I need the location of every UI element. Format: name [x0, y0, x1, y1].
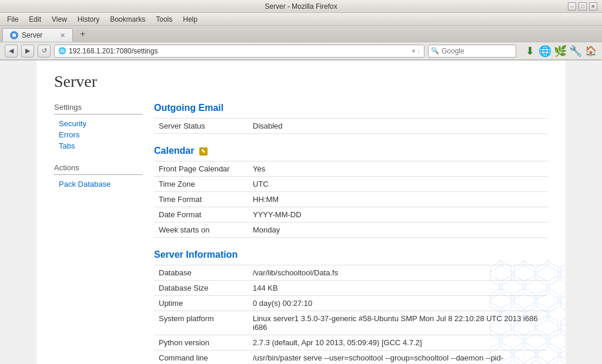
url-bar[interactable]: 🌐 192.168.1.201:7080/settings ★ ↓ [54, 45, 424, 58]
tab-close-icon[interactable]: ✕ [60, 32, 65, 39]
python-version-label: Python version [154, 335, 248, 350]
menu-edit[interactable]: Edit [24, 14, 46, 25]
minimize-button[interactable]: – [568, 2, 576, 11]
server-status-label: Server Status [154, 119, 248, 134]
page-wrapper: Server Settings Security Errors Tabs Act… [0, 60, 602, 364]
menu-tools[interactable]: Tools [151, 14, 177, 25]
page-title: Server [54, 72, 548, 91]
reload-button[interactable]: ↺ [38, 45, 51, 58]
sidebar: Settings Security Errors Tabs Actions Pa… [54, 103, 142, 364]
browser-tab-server[interactable]: Server ✕ [2, 28, 73, 42]
tab-bar: Server ✕ + [0, 26, 602, 42]
outgoing-email-header: Outgoing Email [154, 103, 548, 113]
download-icon[interactable]: ⬇ [523, 45, 536, 58]
url-text: 192.168.1.201:7080/settings [69, 47, 158, 55]
calendar-header: Calendar ✎ [154, 146, 548, 156]
menu-history[interactable]: History [73, 14, 104, 25]
menu-bar: File Edit View History Bookmarks Tools H… [0, 13, 602, 26]
table-row: Server Status Disabled [154, 119, 548, 134]
page-content: Server Settings Security Errors Tabs Act… [36, 60, 566, 364]
maximize-button[interactable]: □ [578, 2, 587, 11]
svg-rect-3 [489, 260, 566, 364]
address-bar: ◀ ▶ ↺ 🌐 192.168.1.201:7080/settings ★ ↓ … [0, 42, 602, 60]
title-bar: Server - Mozilla Firefox – □ ✕ [0, 0, 602, 13]
front-page-calendar-value: Yes [248, 161, 548, 177]
sidebar-link-tabs[interactable]: Tabs [54, 140, 142, 151]
table-row: Time Format HH:MM [154, 192, 548, 207]
calendar-edit-icon[interactable]: ✎ [199, 147, 208, 156]
date-format-label: Date Format [154, 207, 248, 223]
command-line-label: Command line [154, 350, 248, 365]
table-row: Date Format YYYY-MM-DD [154, 207, 548, 223]
front-page-calendar-label: Front Page Calendar [154, 161, 248, 177]
server-status-value: Disabled [248, 119, 548, 134]
close-button[interactable]: ✕ [589, 2, 597, 11]
database-label: Database [154, 265, 248, 281]
uptime-label: Uptime [154, 296, 248, 311]
toolbar-icons: ⬇ 🌐 🌿 🔧 🏠 [523, 45, 597, 58]
table-row: Front Page Calendar Yes [154, 161, 548, 177]
settings-section-title: Settings [54, 103, 142, 114]
week-starts-on-value: Monday [248, 223, 548, 238]
calendar-table: Front Page Calendar Yes Time Zone UTC Ti… [154, 161, 548, 238]
date-format-value: YYYY-MM-DD [248, 207, 548, 223]
search-input[interactable] [442, 47, 500, 55]
menu-bookmarks[interactable]: Bookmarks [105, 14, 150, 25]
search-engine-icon: 🔍 [431, 47, 439, 55]
settings-section: Settings Security Errors Tabs [54, 103, 142, 151]
browser-chrome: Server - Mozilla Firefox – □ ✕ File Edit… [0, 0, 602, 60]
system-platform-label: System platform [154, 311, 248, 335]
time-format-value: HH:MM [248, 192, 548, 207]
actions-section: Actions Pack Database [54, 163, 142, 190]
menu-help[interactable]: Help [178, 14, 202, 25]
menu-view[interactable]: View [47, 14, 72, 25]
window-title: Server - Mozilla Firefox [265, 2, 337, 11]
main-layout: Settings Security Errors Tabs Actions Pa… [54, 103, 548, 364]
home-icon[interactable]: 🏠 [584, 45, 597, 58]
sidebar-link-pack-database[interactable]: Pack Database [54, 178, 142, 190]
server-info-header: Server Information [154, 250, 548, 260]
time-format-label: Time Format [154, 192, 248, 207]
search-bar[interactable]: 🔍 [428, 45, 516, 58]
leaf-icon[interactable]: 🌿 [554, 45, 567, 58]
tab-favicon [10, 31, 18, 39]
table-row: Week starts on Monday [154, 223, 548, 238]
tab-label: Server [22, 31, 42, 39]
back-button[interactable]: ◀ [5, 45, 18, 58]
sidebar-link-security[interactable]: Security [54, 118, 142, 129]
decorative-honeycomb [489, 260, 566, 364]
window-controls: – □ ✕ [568, 2, 597, 11]
lock-icon: 🌐 [58, 47, 66, 55]
week-starts-on-label: Week starts on [154, 223, 248, 238]
menu-file[interactable]: File [2, 14, 23, 25]
database-size-label: Database Size [154, 281, 248, 296]
browser-icon[interactable]: 🌐 [539, 45, 551, 58]
url-refresh-icon[interactable]: ↓ [417, 48, 420, 54]
forward-button[interactable]: ▶ [21, 45, 34, 58]
sidebar-link-errors[interactable]: Errors [54, 129, 142, 140]
addon-icon[interactable]: 🔧 [569, 45, 582, 58]
actions-section-title: Actions [54, 163, 142, 175]
outgoing-email-table: Server Status Disabled [154, 118, 548, 134]
outgoing-email-section: Outgoing Email Server Status Disabled [154, 103, 548, 134]
time-zone-label: Time Zone [154, 177, 248, 192]
url-star-icon[interactable]: ★ [411, 48, 416, 54]
time-zone-value: UTC [248, 177, 548, 192]
new-tab-button[interactable]: + [75, 26, 90, 42]
calendar-section: Calendar ✎ Front Page Calendar Yes Time … [154, 146, 548, 238]
table-row: Time Zone UTC [154, 177, 548, 192]
